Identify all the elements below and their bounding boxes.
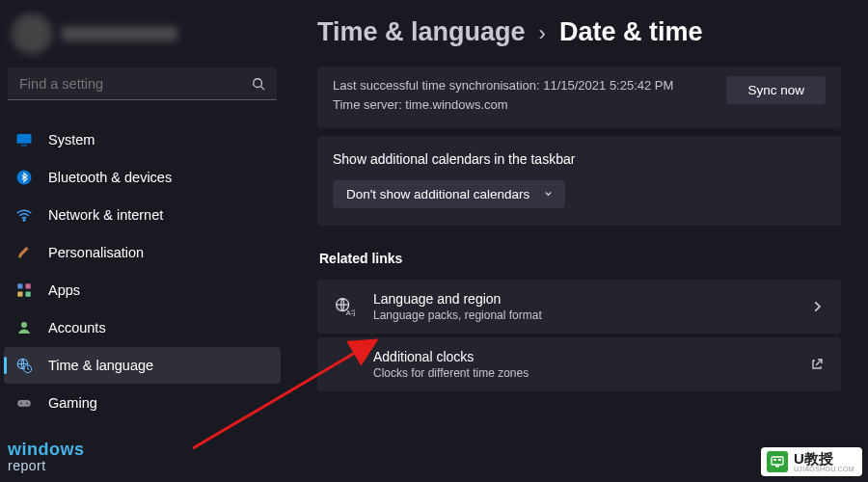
badge-title: U教授: [794, 451, 854, 466]
chevron-right-icon: [810, 300, 824, 313]
time-server-text: Time server: time.windows.com: [333, 95, 673, 115]
additional-clocks-link[interactable]: Additional clocks Clocks for different t…: [317, 337, 841, 391]
link-subtitle: Language packs, regional format: [373, 308, 542, 322]
paintbrush-icon: [15, 244, 33, 261]
svg-point-0: [254, 78, 262, 87]
chevron-down-icon: [543, 187, 554, 201]
svg-point-10: [21, 322, 27, 328]
breadcrumb: Time & language › Date & time: [317, 17, 841, 47]
svg-point-14: [20, 402, 22, 404]
sidebar-item-label: Apps: [48, 282, 80, 298]
language-region-link[interactable]: A字 Language and region Language packs, r…: [317, 280, 841, 334]
badge-icon: [767, 451, 788, 472]
svg-rect-21: [778, 459, 781, 461]
dropdown-value: Don't show additional calendars: [346, 187, 529, 201]
sidebar-item-personalisation[interactable]: Personalisation: [4, 234, 281, 271]
additional-calendars-title: Show additional calendars in the taskbar: [333, 151, 826, 167]
person-icon: [15, 319, 33, 336]
system-icon: [15, 131, 33, 148]
sidebar-item-gaming[interactable]: Gaming: [4, 385, 281, 421]
sidebar-item-apps[interactable]: Apps: [4, 272, 281, 308]
nav: System Bluetooth & devices Network & int…: [4, 121, 281, 421]
sidebar-item-bluetooth[interactable]: Bluetooth & devices: [4, 159, 281, 196]
link-title: Language and region: [373, 291, 542, 307]
chevron-right-icon: ›: [539, 21, 546, 46]
sidebar-item-network[interactable]: Network & internet: [4, 197, 281, 233]
sidebar-item-label: Network & internet: [48, 207, 163, 223]
sidebar-item-label: Gaming: [48, 395, 97, 411]
sidebar-item-label: Personalisation: [48, 245, 144, 260]
svg-text:A字: A字: [346, 308, 355, 317]
svg-line-1: [261, 86, 265, 90]
search-input-wrapper[interactable]: [8, 67, 277, 100]
main-content: Time & language › Date & time Last succe…: [285, 0, 868, 482]
svg-rect-7: [26, 283, 31, 288]
search-input[interactable]: [19, 76, 252, 92]
watermark-windowsreport: windows report: [8, 442, 85, 472]
breadcrumb-parent[interactable]: Time & language: [317, 17, 526, 47]
svg-rect-20: [773, 459, 776, 461]
sidebar-item-accounts[interactable]: Accounts: [4, 309, 281, 346]
sidebar-item-label: Time & language: [48, 358, 153, 373]
svg-rect-2: [17, 134, 32, 144]
sidebar-item-time-language[interactable]: Time & language: [4, 347, 281, 384]
svg-rect-8: [17, 292, 22, 297]
sidebar-item-label: Bluetooth & devices: [48, 170, 172, 185]
wifi-icon: [15, 206, 33, 224]
sidebar-item-label: Accounts: [48, 320, 106, 335]
related-links-heading: Related links: [319, 251, 841, 266]
page-title: Date & time: [559, 17, 703, 47]
avatar: [12, 13, 52, 54]
sidebar-item-label: System: [48, 132, 95, 147]
bluetooth-icon: [15, 169, 33, 186]
svg-point-5: [23, 220, 25, 222]
svg-rect-13: [17, 400, 31, 407]
svg-rect-9: [26, 292, 31, 297]
badge-subtitle: UJIAOSHOU.COM: [794, 466, 854, 472]
search-icon: [252, 77, 265, 91]
svg-rect-19: [772, 457, 783, 465]
svg-rect-6: [17, 283, 22, 288]
sync-status-card: Last successful time synchronisation: 11…: [317, 67, 841, 128]
link-title: Additional clocks: [373, 349, 529, 364]
user-name: [62, 27, 177, 40]
link-subtitle: Clocks for different time zones: [373, 366, 529, 380]
globe-language-icon: A字: [333, 296, 356, 317]
user-account-header[interactable]: [4, 10, 281, 58]
svg-rect-22: [775, 466, 779, 468]
gaming-icon: [15, 394, 33, 412]
last-sync-text: Last successful time synchronisation: 11…: [333, 76, 673, 95]
svg-point-15: [26, 402, 28, 404]
external-link-icon: [810, 358, 824, 371]
svg-rect-3: [21, 145, 27, 146]
sync-now-button[interactable]: Sync now: [726, 76, 826, 104]
calendars-dropdown[interactable]: Don't show additional calendars: [333, 180, 565, 208]
source-badge: U教授 UJIAOSHOU.COM: [761, 447, 862, 476]
apps-icon: [15, 281, 33, 299]
sidebar: System Bluetooth & devices Network & int…: [0, 0, 285, 482]
globe-clock-icon: [15, 357, 33, 374]
additional-calendars-card: Show additional calendars in the taskbar…: [317, 136, 841, 226]
sidebar-item-system[interactable]: System: [4, 121, 281, 158]
